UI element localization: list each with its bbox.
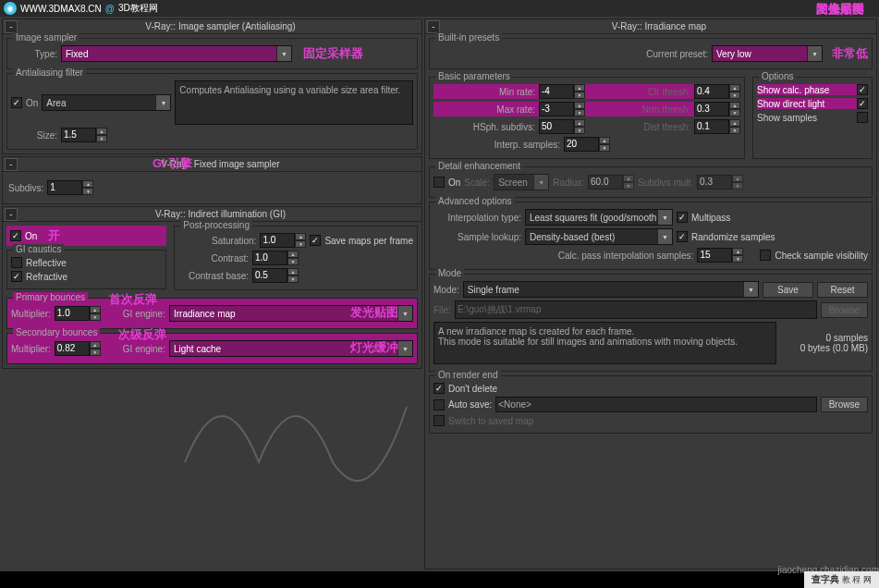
dont-delete-label: Don't delete [448, 384, 497, 394]
contrast-base-spinner[interactable]: 0.5▲▼ [252, 268, 299, 283]
collapse-button[interactable]: - [5, 20, 18, 33]
annotation: 固定采样器 [303, 45, 363, 62]
file-label: File: [433, 305, 451, 315]
maxrate-label: Max rate: [433, 104, 535, 115]
on-label: On [25, 231, 37, 241]
refractive-checkbox[interactable] [11, 271, 22, 282]
refractive-label: Refractive [26, 272, 67, 282]
type-label: Type: [11, 49, 57, 59]
rollup-indirect-illumination: -V-Ray:: Indirect illumination (GI) 间接照明… [2, 206, 422, 369]
autosave-checkbox[interactable] [433, 399, 445, 410]
slook-label: Sample lookup: [433, 232, 521, 242]
pb-engine-select[interactable]: Irradiance map [169, 305, 413, 322]
annotation: 非常低 [832, 45, 868, 62]
show-samples-checkbox[interactable] [857, 112, 868, 123]
size-spinner[interactable]: 1.5▲▼ [61, 128, 107, 142]
isamp-spinner[interactable]: 20▲▼ [564, 137, 610, 152]
type-select[interactable]: Fixed [61, 45, 292, 62]
site-logo: ◉ [4, 2, 17, 15]
radius-spinner[interactable]: 60.0▲▼ [588, 175, 634, 190]
contrast-spinner[interactable]: 1.0▲▼ [252, 251, 299, 265]
reset-button[interactable]: Reset [817, 282, 868, 298]
group-label: Image sampler [13, 32, 79, 43]
randomize-checkbox[interactable] [677, 231, 688, 242]
de-on-checkbox[interactable] [433, 177, 445, 188]
multipass-label: Multipass [691, 213, 730, 223]
show-direct-label: Show direct light [757, 99, 853, 109]
randomize-label: Randomize samples [691, 232, 775, 242]
group-label: Post-processing [180, 220, 252, 230]
minrate-spinner[interactable]: -4▲▼ [539, 84, 585, 99]
rollup-irradiance-map: -V-Ray:: Irradiance map 发光贴图 Built-in pr… [424, 18, 877, 570]
chevron-down-icon [276, 46, 291, 61]
reflective-checkbox[interactable] [11, 257, 22, 268]
autosave-path: <None> [495, 397, 816, 412]
multipass-checkbox[interactable] [677, 212, 688, 223]
reflective-label: Reflective [26, 258, 67, 268]
switch-saved-checkbox[interactable] [433, 415, 445, 426]
subdivs-spinner[interactable]: 1▲▼ [47, 180, 93, 195]
group-label: Options [759, 71, 796, 81]
browse-button-2[interactable]: Browse [821, 397, 868, 412]
rollup-fixed-sampler: -V-Ray:: Fixed image sampler Subdivs: 1▲… [2, 156, 422, 204]
slook-select[interactable]: Density-based (best) [525, 228, 673, 245]
multiplier-label: Multiplier: [11, 344, 51, 354]
samples-count: 0 samples [780, 333, 868, 343]
sb-mult-spinner[interactable]: 0.82▲▼ [55, 341, 101, 356]
filter-description: Computes Antialiasing using a variable s… [175, 80, 413, 125]
mode-select[interactable]: Single frame [463, 281, 759, 298]
browse-button[interactable]: Browse [821, 302, 868, 318]
nrmthresh-label: Nrm thresh: [589, 104, 690, 115]
rollup-title: V-Ray:: Image sampler (Antialiasing) [19, 21, 421, 31]
itype-label: Interpolation type: [433, 213, 521, 223]
collapse-button[interactable]: - [427, 20, 440, 33]
distthresh-spinner[interactable]: 0.1▲▼ [694, 119, 740, 134]
chevron-down-icon [155, 95, 170, 110]
show-direct-checkbox[interactable] [857, 98, 868, 109]
group-label: On render end [435, 370, 501, 380]
cpis-spinner[interactable]: 15▲▼ [697, 248, 743, 263]
nrmthresh-spinner[interactable]: 0.3▲▼ [694, 102, 740, 116]
group-label: Mode [435, 268, 464, 278]
csv-label: Check sample visibility [775, 251, 868, 261]
switch-saved-label: Switch to saved map [448, 416, 533, 426]
gi-on-checkbox[interactable] [10, 230, 21, 241]
dont-delete-checkbox[interactable] [433, 383, 445, 394]
clrthresh-spinner[interactable]: 0.4▲▼ [694, 84, 740, 99]
chevron-down-icon [743, 282, 758, 297]
save-maps-checkbox[interactable] [310, 235, 321, 246]
mode-info: A new irradiance map is created for each… [433, 322, 776, 364]
aa-on-checkbox[interactable] [11, 97, 22, 108]
browser-header: ◉ WWW.3DMAX8.CN @ 3D教程网 [0, 0, 879, 17]
maxrate-spinner[interactable]: -3▲▼ [539, 102, 585, 116]
preset-select[interactable]: Very low [712, 45, 823, 62]
show-calc-label: Show calc. phase [757, 85, 853, 95]
itype-select[interactable]: Least squares fit (good/smooth [525, 209, 673, 226]
rollup-title: V-Ray:: Fixed image sampler [19, 159, 421, 169]
pb-mult-spinner[interactable]: 1.0▲▼ [55, 306, 101, 321]
hsph-label: HSph. subdivs: [433, 122, 535, 132]
mode-label: Mode: [433, 285, 459, 295]
group-label: GI caustics [13, 244, 64, 254]
sb-engine-select[interactable]: Light cache [169, 340, 413, 357]
rollup-title: V-Ray:: Indirect illumination (GI) [19, 209, 421, 219]
filter-select[interactable]: Area [42, 94, 171, 111]
save-maps-label: Save maps per frame [324, 236, 413, 246]
cpis-label: Calc. pass interpolation samples: [433, 251, 693, 261]
smult-spinner[interactable]: 0.3▲▼ [697, 175, 743, 190]
collapse-button[interactable]: - [5, 208, 18, 221]
saturation-spinner[interactable]: 1.0▲▼ [260, 233, 306, 248]
hsph-spinner[interactable]: 50▲▼ [539, 119, 585, 134]
save-button[interactable]: Save [763, 282, 813, 298]
scale-select[interactable]: Screen [494, 174, 549, 190]
collapse-button[interactable]: - [5, 158, 18, 171]
csv-checkbox[interactable] [760, 250, 771, 261]
group-label: Detail enhancement [435, 161, 523, 171]
radius-label: Radius: [553, 178, 584, 188]
group-label: Primary bounces [13, 292, 88, 302]
multiplier-label: Multiplier: [11, 309, 51, 319]
show-calc-checkbox[interactable] [857, 84, 868, 95]
gi-engine-label: GI engine: [123, 309, 165, 319]
show-samples-label: Show samples [757, 113, 853, 123]
chevron-down-icon [657, 229, 672, 244]
